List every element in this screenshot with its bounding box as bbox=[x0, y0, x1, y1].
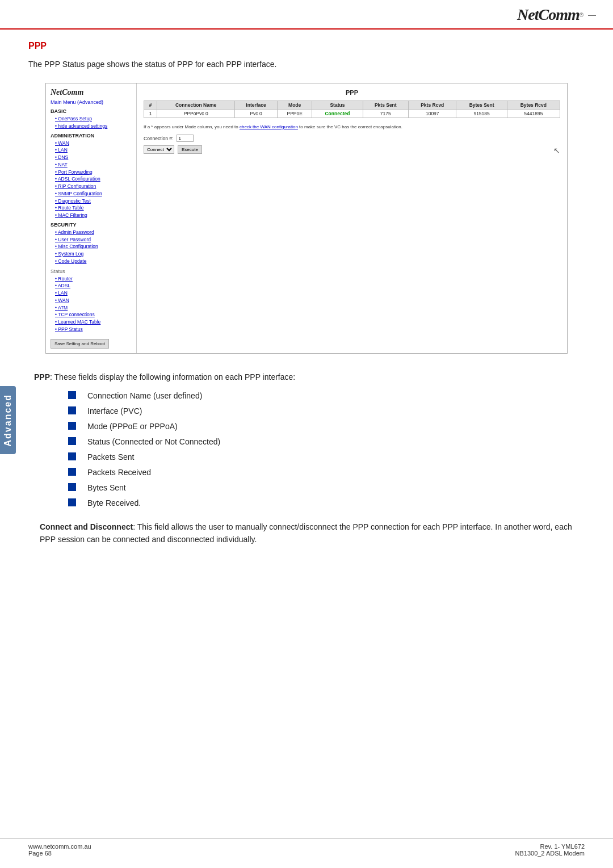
bullet-text-2: Mode (PPPoE or PPPoA) bbox=[87, 421, 178, 433]
sidebar-link-lan-status[interactable]: LAN bbox=[51, 290, 132, 297]
sidebar-logo: NetComm bbox=[51, 88, 132, 97]
connect-disconnect-text: Connect and Disconnect: This field allow… bbox=[34, 521, 579, 546]
bullet-icon-5 bbox=[68, 468, 76, 476]
intro-text: The PPP Status page shows the status of … bbox=[28, 60, 585, 69]
sidebar-link-learned-mac[interactable]: Learned MAC Table bbox=[51, 318, 132, 326]
sidebar: NetComm Main Menu (Advanced) BASIC OnePa… bbox=[46, 83, 137, 353]
col-header-num: # bbox=[144, 101, 157, 110]
sidebar-link-hide-advanced[interactable]: hide advanced settings bbox=[51, 123, 132, 130]
connect-select[interactable]: Connect bbox=[144, 145, 174, 154]
col-header-status: Status bbox=[312, 101, 363, 110]
bullet-icon-4 bbox=[68, 452, 76, 460]
sidebar-link-tcp[interactable]: TCP connections bbox=[51, 311, 132, 318]
bullet-text-1: Interface (PVC) bbox=[87, 405, 142, 417]
note-text: If a * appears under Mode column, you ne… bbox=[144, 124, 560, 130]
connection-row: Connection #: bbox=[144, 135, 560, 142]
cell-connection-name: PPPoPvc 0 bbox=[157, 110, 235, 118]
sidebar-status-label: Status bbox=[51, 269, 132, 274]
sidebar-link-wan-status[interactable]: WAN bbox=[51, 297, 132, 304]
sidebar-link-wan[interactable]: WAN bbox=[51, 140, 132, 147]
main-content: PPP The PPP Status page shows the status… bbox=[0, 30, 613, 557]
wan-config-link[interactable]: check the WAN configuration bbox=[240, 124, 298, 129]
cell-mode: PPPoE bbox=[278, 110, 312, 118]
bullet-text-4: Packets Sent bbox=[87, 451, 135, 463]
logo-dash: — bbox=[586, 10, 596, 19]
sidebar-admin-title: ADMINISTRATION bbox=[51, 133, 132, 139]
sidebar-link-dns[interactable]: DNS bbox=[51, 154, 132, 161]
logo-text: NetComm bbox=[517, 6, 580, 24]
col-header-mode: Mode bbox=[278, 101, 312, 110]
sidebar-link-misc-config[interactable]: Misc Configuration bbox=[51, 243, 132, 250]
page-header: NetComm ® — bbox=[0, 0, 613, 30]
list-item: Bytes Sent bbox=[68, 482, 579, 494]
cell-num: 1 bbox=[144, 110, 157, 118]
list-item: Packets Sent bbox=[68, 451, 579, 463]
logo-area: NetComm ® — bbox=[517, 6, 596, 24]
col-header-bytes-rcvd: Bytes Rcvd bbox=[507, 101, 560, 110]
bullet-icon-2 bbox=[68, 422, 76, 430]
bullet-text-7: Byte Received. bbox=[87, 497, 141, 509]
page-title: PPP bbox=[28, 41, 585, 51]
bullet-text-5: Packets Received bbox=[87, 467, 151, 479]
sidebar-link-nat[interactable]: NAT bbox=[51, 161, 132, 169]
col-header-interface: Interface bbox=[235, 101, 278, 110]
footer-left: www.netcomm.com.au Page 68 bbox=[28, 843, 91, 857]
advanced-side-tab: Advanced bbox=[0, 386, 16, 454]
sidebar-link-admin-password[interactable]: Admin Password bbox=[51, 229, 132, 236]
cell-bytes-sent: 915185 bbox=[456, 110, 507, 118]
sidebar-link-ppp-status[interactable]: PPP Status bbox=[51, 326, 132, 333]
ppp-table: # Connection Name Interface Mode Status … bbox=[144, 100, 560, 118]
cell-pkts-rcvd: 10097 bbox=[409, 110, 456, 118]
sidebar-link-system-log[interactable]: System Log bbox=[51, 250, 132, 258]
list-item: Connection Name (user defined) bbox=[68, 390, 579, 402]
col-header-pkts-rcvd: Pkts Rcvd bbox=[409, 101, 456, 110]
list-item: Packets Received bbox=[68, 467, 579, 479]
sidebar-link-port-forwarding[interactable]: Port Forwarding bbox=[51, 169, 132, 176]
sidebar-link-snmp[interactable]: SNMP Configuration bbox=[51, 190, 132, 198]
bullet-list: Connection Name (user defined) Interface… bbox=[68, 390, 579, 509]
footer-page: Page 68 bbox=[28, 850, 91, 857]
connection-label: Connection #: bbox=[144, 136, 173, 141]
bullet-icon-7 bbox=[68, 498, 76, 506]
connect-action-row: Connect Execute bbox=[144, 145, 560, 154]
sidebar-link-adsl[interactable]: ADSL Configuration bbox=[51, 175, 132, 183]
execute-button[interactable]: Execute bbox=[178, 145, 202, 154]
cell-interface: Pvc 0 bbox=[235, 110, 278, 118]
bullet-text-6: Bytes Sent bbox=[87, 482, 126, 494]
sidebar-link-router[interactable]: Router bbox=[51, 275, 132, 283]
ppp-intro-text: : These fields display the following inf… bbox=[50, 372, 295, 381]
sidebar-link-atm[interactable]: ATM bbox=[51, 304, 132, 312]
connect-disconnect-bold: Connect and Disconnect bbox=[40, 522, 133, 531]
sidebar-link-rip[interactable]: RIP Configuration bbox=[51, 183, 132, 190]
list-item: Byte Received. bbox=[68, 497, 579, 509]
registered-symbol: ® bbox=[580, 12, 583, 18]
cell-pkts-sent: 7175 bbox=[363, 110, 408, 118]
sidebar-main-menu[interactable]: Main Menu (Advanced) bbox=[51, 99, 132, 105]
desc-section: PPP: These fields display the following … bbox=[28, 371, 585, 546]
sidebar-link-user-password[interactable]: User Password bbox=[51, 236, 132, 244]
side-tab-label: Advanced bbox=[3, 394, 13, 446]
sidebar-security-title: SECURITY bbox=[51, 222, 132, 228]
cursor-icon: ↖ bbox=[553, 146, 560, 155]
list-item: Mode (PPPoE or PPPoA) bbox=[68, 421, 579, 433]
footer-website: www.netcomm.com.au bbox=[28, 843, 91, 850]
sidebar-link-route-table[interactable]: Route Table bbox=[51, 204, 132, 212]
sidebar-link-code-update[interactable]: Code Update bbox=[51, 258, 132, 265]
sidebar-link-mac-filtering[interactable]: MAC Filtering bbox=[51, 212, 132, 219]
footer-rev: Rev. 1- YML672 bbox=[515, 843, 585, 850]
sidebar-link-diagnostic[interactable]: Diagnostic Test bbox=[51, 198, 132, 205]
table-row: 1 PPPoPvc 0 Pvc 0 PPPoE Connected 7175 1… bbox=[144, 110, 560, 118]
list-item: Interface (PVC) bbox=[68, 405, 579, 417]
connection-number-input[interactable] bbox=[177, 135, 194, 142]
list-item: Status (Connected or Not Connected) bbox=[68, 436, 579, 448]
sidebar-link-lan[interactable]: LAN bbox=[51, 146, 132, 154]
sidebar-link-onepass[interactable]: OnePass Setup bbox=[51, 115, 132, 123]
col-header-pkts-sent: Pkts Sent bbox=[363, 101, 408, 110]
sidebar-link-adsl-status[interactable]: ADSL bbox=[51, 282, 132, 290]
bullet-icon-1 bbox=[68, 406, 76, 414]
bullet-icon-3 bbox=[68, 437, 76, 445]
sidebar-basic-title: BASIC bbox=[51, 108, 132, 114]
ppp-bold: PPP bbox=[34, 372, 50, 381]
save-reboot-button[interactable]: Save Setting and Reboot bbox=[51, 339, 109, 349]
cell-bytes-rcvd: 5441895 bbox=[507, 110, 560, 118]
